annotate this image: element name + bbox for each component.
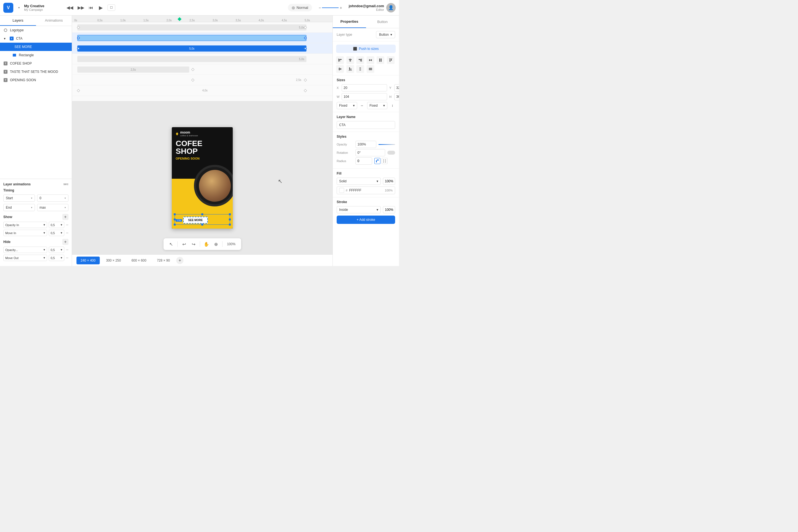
fill-pct-input[interactable] xyxy=(383,177,395,185)
align-center-h[interactable] xyxy=(346,56,354,64)
logotype-bar[interactable]: 5,0s xyxy=(77,24,306,31)
width-constraint-select[interactable]: Fixed ▾ xyxy=(337,102,357,109)
rotation-input[interactable] xyxy=(356,149,385,156)
ruler-0s: 0s xyxy=(74,19,77,22)
opacity-in-row: Opacity In ▾ 0,5 ▾ − xyxy=(3,222,69,228)
end-time-select[interactable]: max ▾ xyxy=(37,204,69,211)
tab-layers[interactable]: Layers xyxy=(0,16,36,26)
size-600x600[interactable]: 600 × 600 xyxy=(127,256,150,264)
move-out-val[interactable]: 0,5 ▾ xyxy=(49,255,64,261)
add-hide-button[interactable]: + xyxy=(62,239,69,245)
tab-animations[interactable]: Animations xyxy=(36,16,72,26)
align-bottom[interactable] xyxy=(346,65,354,73)
add-show-button[interactable]: + xyxy=(62,214,69,220)
play-button[interactable]: ▶ xyxy=(96,3,105,12)
corner-individual-icon[interactable] xyxy=(382,158,388,164)
expand-icon[interactable]: ▼ xyxy=(3,37,6,40)
y-input[interactable] xyxy=(394,84,399,92)
cta-bar[interactable] xyxy=(77,35,306,41)
layer-item-cta[interactable]: ▼ T CTA xyxy=(0,34,72,43)
undo-tool[interactable]: ↩ xyxy=(180,240,188,248)
align-distribute-v[interactable] xyxy=(356,65,364,73)
move-in-val[interactable]: 0,5 ▾ xyxy=(49,230,64,236)
end-select[interactable]: End ▾ xyxy=(3,204,35,211)
size-240x400[interactable]: 240 × 400 xyxy=(76,256,100,264)
hand-tool[interactable]: ✋ xyxy=(202,240,211,248)
logo-icon[interactable]: V xyxy=(3,3,13,13)
align-middle-v[interactable] xyxy=(336,65,344,73)
opacity-out-val[interactable]: 0,5 ▾ xyxy=(49,247,64,253)
start-time-select[interactable]: 0 ▾ xyxy=(37,194,69,202)
tab-button[interactable]: Button xyxy=(366,16,399,28)
rotation-toggle[interactable] xyxy=(387,151,395,155)
opacity-slider[interactable] xyxy=(379,144,395,145)
align-top[interactable] xyxy=(387,56,395,64)
align-right[interactable] xyxy=(356,56,364,64)
redo-tool[interactable]: ↪ xyxy=(189,240,197,248)
layer-label: Rectangle xyxy=(19,53,69,57)
align-distribute-h[interactable] xyxy=(366,56,374,64)
start-select[interactable]: Start ▾ xyxy=(3,194,35,202)
opacity-in-select[interactable]: Opacity In ▾ xyxy=(3,222,47,228)
center-panel: 0s 0,5s 1,0s 1,5s 2,0s 2,5s 3,0s 3,5s 4,… xyxy=(72,16,332,266)
radius-input[interactable] xyxy=(356,157,372,165)
remove-opacity-in-button[interactable]: − xyxy=(66,223,69,227)
tab-properties[interactable]: Properties xyxy=(333,16,366,28)
size-300x250[interactable]: 300 × 250 xyxy=(102,256,125,264)
opacity-input[interactable] xyxy=(356,141,376,148)
select-tool[interactable]: ↖ xyxy=(167,240,175,248)
monitor-button[interactable]: ☐ xyxy=(108,4,115,11)
fill-type-select[interactable]: Solid ▾ xyxy=(337,177,381,185)
remove-opacity-out-button[interactable]: − xyxy=(66,247,69,252)
height-constraint-select[interactable]: Fixed ▾ xyxy=(367,102,388,109)
w-input[interactable] xyxy=(342,93,387,100)
x-input[interactable] xyxy=(342,84,387,92)
layer-name-input[interactable] xyxy=(337,121,395,129)
zoom-minus-button[interactable]: − xyxy=(319,5,321,10)
rewind-button[interactable]: ◀◀ xyxy=(65,4,74,11)
corner-all-icon[interactable] xyxy=(374,158,380,164)
constraint-h-icon: ↔ xyxy=(359,102,365,109)
skip-back-button[interactable]: ⏮ xyxy=(88,4,94,11)
fast-forward-button[interactable]: ▶▶ xyxy=(76,4,86,11)
stroke-pct-input[interactable] xyxy=(383,206,395,213)
move-out-select[interactable]: Move Out ▾ xyxy=(3,255,47,261)
push-to-sizes-button[interactable]: ⬛ Push to sizes xyxy=(336,44,396,53)
layer-item-opening-soon[interactable]: T OPENING SOON xyxy=(0,76,72,84)
zoom-slider[interactable] xyxy=(322,7,339,8)
opacity-in-val[interactable]: 0,5 ▾ xyxy=(49,222,64,228)
user-info: johndoe@gmail.com Editor 👤 xyxy=(348,3,396,13)
logo-dropdown-arrow[interactable]: ▾ xyxy=(18,6,20,9)
layer-item-cofee-shop[interactable]: T COFEE SHOP xyxy=(0,59,72,68)
layer-item-logotype[interactable]: Logotype xyxy=(0,26,72,34)
rect-bar[interactable]: 5,0s xyxy=(77,56,306,62)
cofee-bar[interactable]: 2,5s xyxy=(77,66,189,73)
layer-item-see-more[interactable]: SEE MORE xyxy=(0,43,72,51)
stroke-type-select[interactable]: Inside ▾ xyxy=(337,206,381,213)
size-728x90[interactable]: 728 × 90 xyxy=(153,256,174,264)
move-out-row: Move Out ▾ 0,5 ▾ − xyxy=(3,255,69,261)
layer-type-select[interactable]: Button ▾ xyxy=(376,31,395,38)
add-size-button[interactable]: + xyxy=(176,257,184,264)
align-left[interactable] xyxy=(336,56,344,64)
remove-move-out-button[interactable]: − xyxy=(66,255,69,261)
opacity-out-select[interactable]: Opacity... ▾ xyxy=(3,247,47,253)
anim-val: 0,5 xyxy=(51,223,55,227)
cta-button[interactable]: SEE MORE xyxy=(183,217,208,224)
move-in-select[interactable]: Move In ▾ xyxy=(3,230,47,236)
align-col[interactable] xyxy=(377,56,384,64)
h-input[interactable] xyxy=(394,93,399,100)
remove-move-in-button[interactable]: − xyxy=(66,230,69,235)
mode-selector[interactable]: ◎ Normal xyxy=(288,4,312,11)
avatar[interactable]: 👤 xyxy=(386,3,396,13)
zoom-plus-button[interactable]: + xyxy=(340,5,342,10)
see-more-bar[interactable]: 5,0s xyxy=(77,45,306,52)
align-row[interactable] xyxy=(366,65,374,73)
zoom-tool[interactable]: ⊕ xyxy=(212,240,220,248)
layer-item-rectangle[interactable]: Rectangle xyxy=(0,51,72,59)
svg-rect-8 xyxy=(362,58,362,62)
add-stroke-button[interactable]: + Add stroke xyxy=(337,215,395,224)
layer-item-taste[interactable]: T TASTE THAT SETS THE MOOD xyxy=(0,68,72,76)
taste-diamond-start xyxy=(191,78,194,81)
color-swatch[interactable] xyxy=(339,188,344,193)
